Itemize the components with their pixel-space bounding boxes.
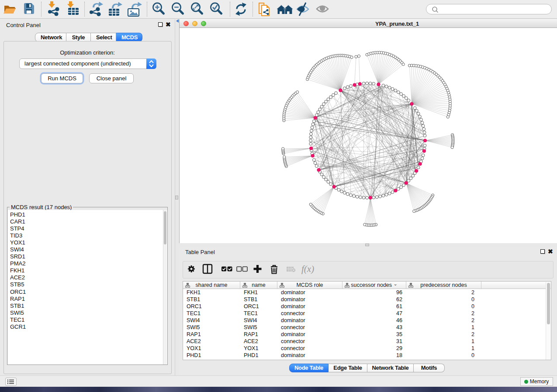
svg-text:f(x): f(x): [301, 264, 314, 274]
